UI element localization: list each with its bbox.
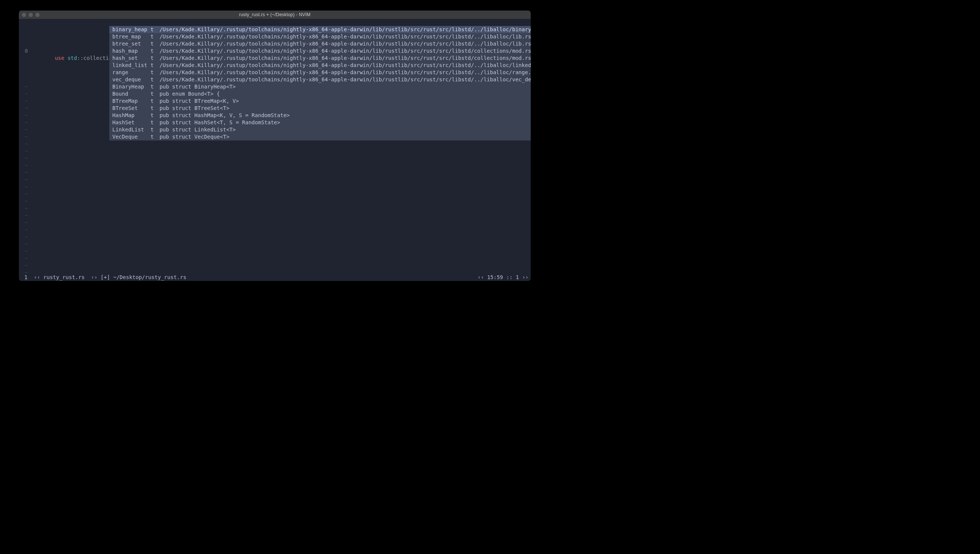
- completion-name: btree_map: [112, 33, 150, 40]
- editor-pane[interactable]: 0 use std::collections:: ~~~~~~~~~~~~~~~…: [19, 19, 531, 281]
- completion-kind: t: [150, 133, 160, 140]
- completion-item[interactable]: range t /Users/Kade.Killary/.rustup/tool…: [109, 69, 531, 76]
- completion-name: btree_set: [112, 40, 150, 48]
- completion-kind: t: [150, 33, 160, 40]
- completion-detail: /Users/Kade.Killary/.rustup/toolchains/n…: [160, 26, 531, 33]
- gutter-number: 0: [19, 48, 29, 55]
- completion-item[interactable]: hash_map t /Users/Kade.Killary/.rustup/t…: [109, 48, 531, 55]
- completion-detail: pub struct VecDeque<T>: [160, 133, 229, 140]
- completion-item[interactable]: BTreeMap t pub struct BTreeMap<K, V>: [109, 97, 531, 105]
- tilde-icon: ~: [19, 91, 29, 97]
- completion-detail: /Users/Kade.Killary/.rustup/toolchains/n…: [160, 55, 531, 62]
- tilde-icon: ~: [19, 148, 29, 155]
- completion-detail: /Users/Kade.Killary/.rustup/toolchains/n…: [160, 33, 531, 40]
- tilde-icon: ~: [19, 133, 29, 140]
- keyword-use: use: [55, 55, 64, 61]
- completion-kind: t: [150, 91, 160, 97]
- app-window: rusty_rust.rs + (~/Desktop) - NVIM 0 use…: [19, 11, 531, 281]
- status-left: 1 ‹‹ rusty_rust.rs ›› [+] ~/Desktop/rust…: [21, 267, 186, 274]
- completion-name: hash_set: [112, 55, 150, 62]
- tilde-icon: ~: [19, 140, 29, 148]
- completion-item[interactable]: vec_deque t /Users/Kade.Killary/.rustup/…: [109, 76, 531, 83]
- tilde-icon: ~: [19, 205, 29, 212]
- tilde-icon: ~: [19, 105, 29, 112]
- tilde-icon: ~: [19, 212, 29, 219]
- empty-line: ~: [19, 234, 531, 240]
- completion-item[interactable]: LinkedList t pub struct LinkedList<T>: [109, 126, 531, 133]
- completion-item[interactable]: binary_heap t /Users/Kade.Killary/.rustu…: [109, 26, 531, 33]
- completion-item[interactable]: VecDeque t pub struct VecDeque<T>: [109, 133, 531, 140]
- tilde-icon: ~: [19, 183, 29, 191]
- empty-line: ~: [19, 248, 531, 255]
- completion-kind: t: [150, 48, 160, 55]
- empty-line: ~: [19, 155, 531, 162]
- completion-kind: t: [150, 69, 160, 76]
- tilde-icon: ~: [19, 191, 29, 198]
- tilde-icon: ~: [19, 234, 29, 240]
- tilde-icon: ~: [19, 162, 29, 169]
- completion-kind: t: [150, 105, 160, 112]
- completion-name: HashSet: [112, 119, 150, 126]
- completion-item[interactable]: Bound t pub enum Bound<T> {: [109, 91, 531, 97]
- completion-detail: /Users/Kade.Killary/.rustup/toolchains/n…: [160, 48, 531, 55]
- completion-detail: /Users/Kade.Killary/.rustup/toolchains/n…: [160, 62, 531, 69]
- window-title: rusty_rust.rs + (~/Desktop) - NVIM: [19, 12, 531, 18]
- completion-name: hash_map: [112, 48, 150, 55]
- tilde-icon: ~: [19, 83, 29, 91]
- completion-item[interactable]: btree_set t /Users/Kade.Killary/.rustup/…: [109, 40, 531, 48]
- completion-popup[interactable]: binary_heap t /Users/Kade.Killary/.rustu…: [109, 26, 531, 140]
- completion-detail: pub enum Bound<T> {: [160, 91, 220, 97]
- tilde-icon: ~: [19, 176, 29, 183]
- completion-item[interactable]: linked_list t /Users/Kade.Killary/.rustu…: [109, 62, 531, 69]
- completion-name: range: [112, 69, 150, 76]
- empty-line: ~: [19, 198, 531, 205]
- empty-line: ~: [19, 162, 531, 169]
- completion-name: VecDeque: [112, 133, 150, 140]
- tilde-icon: ~: [19, 255, 29, 262]
- completion-kind: t: [150, 83, 160, 91]
- tilde-icon: ~: [19, 112, 29, 119]
- completion-item[interactable]: HashMap t pub struct HashMap<K, V, S = R…: [109, 112, 531, 119]
- sep: ::: [77, 55, 83, 61]
- empty-line: ~: [19, 169, 531, 176]
- completion-item[interactable]: btree_map t /Users/Kade.Killary/.rustup/…: [109, 33, 531, 40]
- titlebar: rusty_rust.rs + (~/Desktop) - NVIM: [19, 11, 531, 19]
- completion-item[interactable]: hash_set t /Users/Kade.Killary/.rustup/t…: [109, 55, 531, 62]
- completion-name: HashMap: [112, 112, 150, 119]
- empty-line: ~: [19, 183, 531, 191]
- completion-detail: pub struct LinkedList<T>: [160, 126, 236, 133]
- completion-kind: t: [150, 62, 160, 69]
- tilde-icon: ~: [19, 248, 29, 255]
- empty-line: ~: [19, 255, 531, 262]
- empty-line: ~: [19, 226, 531, 234]
- empty-line: ~: [19, 205, 531, 212]
- tilde-icon: ~: [19, 226, 29, 234]
- status-line: 1 ‹‹ rusty_rust.rs ›› [+] ~/Desktop/rust…: [19, 267, 531, 274]
- tilde-icon: ~: [19, 97, 29, 105]
- completion-name: vec_deque: [112, 76, 150, 83]
- completion-item[interactable]: HashSet t pub struct HashSet<T, S = Rand…: [109, 119, 531, 126]
- completion-detail: pub struct BTreeMap<K, V>: [160, 97, 239, 105]
- completion-detail: pub struct HashSet<T, S = RandomState>: [160, 119, 280, 126]
- completion-name: binary_heap: [112, 26, 150, 33]
- tilde-icon: ~: [19, 219, 29, 226]
- completion-kind: t: [150, 55, 160, 62]
- completion-item[interactable]: BTreeSet t pub struct BTreeSet<T>: [109, 105, 531, 112]
- completion-detail: pub struct HashMap<K, V, S = RandomState…: [160, 112, 290, 119]
- completion-item[interactable]: BinaryHeap t pub struct BinaryHeap<T>: [109, 83, 531, 91]
- completion-kind: t: [150, 97, 160, 105]
- completion-detail: /Users/Kade.Killary/.rustup/toolchains/n…: [160, 76, 531, 83]
- completion-name: Bound: [112, 91, 150, 97]
- completion-name: LinkedList: [112, 126, 150, 133]
- empty-line: ~: [19, 176, 531, 183]
- completion-name: BinaryHeap: [112, 83, 150, 91]
- tilde-icon: ~: [19, 126, 29, 133]
- completion-detail: /Users/Kade.Killary/.rustup/toolchains/n…: [160, 69, 531, 76]
- empty-line: ~: [19, 140, 531, 148]
- completion-kind: t: [150, 112, 160, 119]
- tilde-icon: ~: [19, 119, 29, 126]
- empty-line: ~: [19, 148, 531, 155]
- tilde-icon: ~: [19, 198, 29, 205]
- tilde-icon: ~: [19, 155, 29, 162]
- empty-line: ~: [19, 191, 531, 198]
